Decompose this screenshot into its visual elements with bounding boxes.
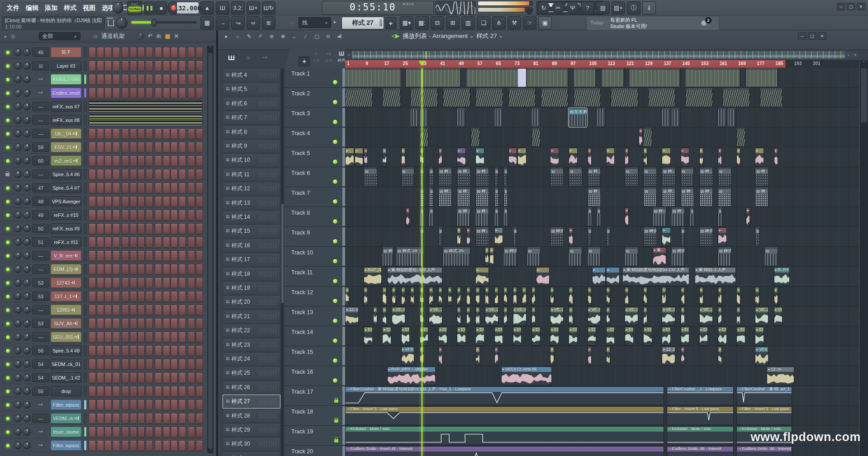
step-cell[interactable] [171, 88, 178, 99]
step-cell[interactable] [97, 291, 104, 302]
playlist-clip[interactable]: ▸ [466, 307, 470, 326]
step-cell[interactable] [89, 47, 96, 58]
channel-volume-knob[interactable] [23, 211, 31, 219]
step-cell[interactable] [179, 88, 186, 99]
channel-button[interactable]: VEDM..m [51, 413, 81, 423]
playlist-clip[interactable]: ▸ [774, 148, 778, 167]
playlist-clip[interactable]: ▸ [718, 287, 722, 306]
channel-target-box[interactable]: ⊸ [32, 75, 48, 83]
layout-grid-icon[interactable]: ▦ [165, 33, 170, 39]
step-cell[interactable] [163, 427, 170, 437]
step-cell[interactable] [130, 440, 137, 451]
scrollbar-thumb[interactable] [208, 53, 213, 449]
step-cell[interactable] [113, 250, 120, 261]
meter-knob[interactable] [527, 9, 532, 14]
bpm-display[interactable]: 132.000 [176, 2, 199, 14]
playlist-clip[interactable]: ⊸Endless Smile..46 - Intensit [667, 446, 734, 456]
step-cell[interactable] [163, 183, 170, 193]
step-cell[interactable] [179, 318, 186, 329]
playlist-clip[interactable]: ▸ [438, 347, 442, 366]
pattern-item[interactable]: ▤样式 29 [223, 423, 280, 437]
track-led[interactable] [332, 338, 338, 343]
step-cell[interactable] [89, 427, 96, 437]
playlist-clip[interactable] [531, 108, 541, 127]
channel-target-box[interactable]: 59 [32, 142, 49, 152]
playlist-scrollbar[interactable]: ⌃ [860, 60, 868, 456]
pattern-item[interactable]: ▤样式 6 [223, 97, 280, 111]
step-cell[interactable] [130, 386, 137, 397]
pattern-item[interactable]: ▤样式 5 [223, 82, 280, 96]
channel-button[interactable]: Spire..5.4 #6 [51, 169, 81, 179]
step-cell[interactable] [122, 305, 129, 315]
playlist-clip[interactable]: ▤ [429, 188, 433, 207]
menu-文件[interactable]: 文件 [7, 4, 19, 12]
main-link-icon[interactable]: ∞ [247, 16, 260, 29]
step-cell[interactable] [122, 359, 129, 370]
playlist-clip[interactable]: ▸ [522, 287, 526, 306]
step-cell[interactable] [179, 155, 186, 166]
playlist-clip[interactable]: ▤样..0 [653, 207, 666, 226]
step-cell[interactable] [130, 155, 137, 166]
pattern-item[interactable]: ▤样式 24 [223, 352, 280, 366]
channel-led[interactable] [5, 199, 10, 204]
step-cell[interactable] [196, 305, 203, 315]
step-cell[interactable] [138, 196, 145, 207]
channel-target-box[interactable]: 54 [32, 359, 49, 369]
playlist-clip[interactable]: ▸ [536, 267, 550, 286]
playlist-clip[interactable]: ▸ [401, 287, 405, 306]
playlist-clip[interactable]: ▤ [718, 168, 731, 187]
download-icon[interactable]: ⇓ [642, 1, 656, 14]
playlist-clip[interactable] [662, 108, 671, 127]
step-cell[interactable] [122, 155, 129, 166]
step-cell[interactable] [138, 183, 145, 193]
step-cell[interactable] [171, 196, 178, 207]
step-cell[interactable] [171, 372, 178, 383]
step-cell[interactable] [171, 210, 178, 221]
step-cell[interactable] [97, 332, 104, 343]
channel-pan-knob[interactable] [14, 428, 22, 436]
playlist-clip[interactable]: ▤ [527, 247, 541, 266]
output-meters[interactable] [478, 1, 533, 14]
playlist-clip[interactable]: ▤样..4 [438, 168, 452, 187]
playlist-clip[interactable]: ▸ [699, 287, 703, 306]
playlist-clip[interactable]: ▸黄.. [653, 247, 666, 266]
step-cell[interactable] [104, 61, 112, 71]
playlist-clip[interactable]: ▤样..3 [475, 207, 489, 226]
playlist-clip[interactable]: ▸ [485, 287, 489, 306]
step-cell[interactable] [163, 413, 170, 424]
step-cell[interactable] [146, 183, 153, 193]
track-led[interactable] [332, 119, 338, 125]
step-cell[interactable] [138, 291, 145, 302]
playlist-clip[interactable]: ▸ [382, 287, 386, 306]
song-mode-button[interactable]: SONG [128, 7, 141, 11]
playlist-clip[interactable]: ▸EH..2 [755, 327, 764, 346]
close-icon[interactable]: ✕ [174, 33, 179, 39]
channel-pan-knob[interactable] [14, 252, 22, 259]
pattern-selector[interactable]: 样式 27 [342, 17, 384, 29]
channel-volume-knob[interactable] [23, 238, 31, 246]
step-cell[interactable] [188, 169, 195, 180]
playlist-clip[interactable]: ▤ [643, 168, 657, 187]
step-cell[interactable] [163, 359, 170, 370]
channel-led[interactable] [5, 267, 10, 272]
step-cell[interactable] [104, 318, 112, 329]
step-cell[interactable] [171, 142, 178, 153]
playlist-clip[interactable]: ▤ [494, 168, 498, 187]
step-cell[interactable] [179, 250, 186, 261]
step-cell[interactable] [122, 332, 129, 343]
channel-target-box[interactable]: --- [32, 264, 49, 274]
step-cell[interactable] [196, 237, 203, 248]
channel-target-box[interactable]: --- [32, 115, 49, 125]
track-led[interactable] [332, 80, 338, 85]
playlist-clip[interactable]: ▸ [569, 287, 573, 306]
playlist-clip[interactable]: ▸EH..2 [606, 327, 615, 346]
step-cell[interactable] [179, 61, 186, 71]
playlist-clip[interactable]: ▸EH..2 [569, 327, 578, 346]
playlist-clip[interactable]: ▸ [364, 287, 368, 306]
channel-volume-knob[interactable] [23, 374, 31, 381]
step-cell[interactable] [146, 345, 153, 356]
step-cell[interactable] [155, 128, 162, 139]
channel-volume-knob[interactable] [23, 306, 31, 314]
channel-target-box[interactable]: 53 [32, 291, 49, 301]
step-cell[interactable] [171, 128, 178, 139]
